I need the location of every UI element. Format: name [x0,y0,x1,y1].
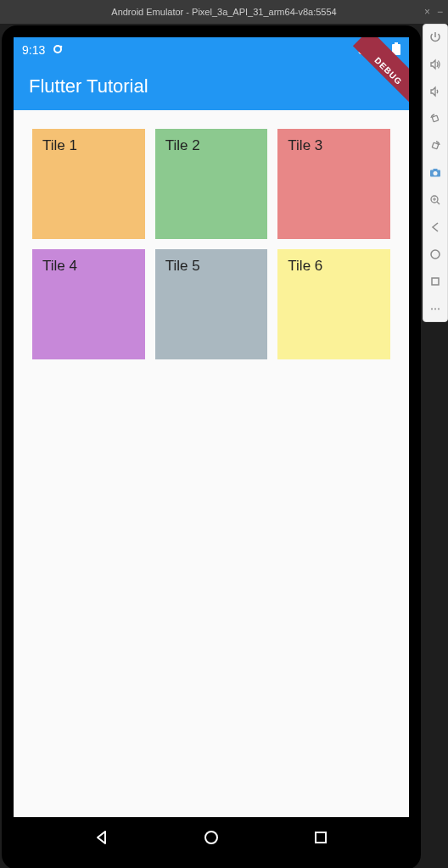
svg-point-1 [55,47,60,52]
window-close-icon[interactable]: × [424,6,430,18]
tile-label: Tile 3 [288,137,322,153]
camera-notch-icon [52,43,64,58]
toolbar-back-icon[interactable] [428,220,443,235]
toolbar-home-icon[interactable] [428,247,443,262]
grid-tile[interactable]: Tile 6 [277,249,390,359]
svg-point-5 [205,832,217,843]
android-nav-bar [14,817,409,858]
svg-point-10 [434,171,438,175]
svg-rect-7 [432,115,439,122]
svg-point-2 [60,45,63,47]
toolbar-recents-icon[interactable] [428,274,443,289]
rotate-right-icon[interactable] [428,138,443,153]
emulator-window-title-bar: Android Emulator - Pixel_3a_API_31_arm64… [0,0,448,24]
app-bar-title: Flutter Tutorial [29,75,148,97]
window-controls: × − [424,6,443,18]
volume-down-icon[interactable] [428,84,443,99]
svg-rect-17 [432,278,439,285]
svg-rect-6 [316,832,326,843]
status-bar-clock: 9:13 [22,43,45,57]
svg-line-13 [437,202,440,204]
volume-up-icon[interactable] [428,57,443,72]
svg-rect-4 [395,42,398,44]
grid-tile[interactable]: Tile 4 [32,249,145,359]
power-icon[interactable] [428,30,443,45]
svg-rect-11 [434,169,438,170]
app-bar: Flutter Tutorial DEBUG [14,63,409,110]
rotate-left-icon[interactable] [428,111,443,126]
tile-grid: Tile 1 Tile 2 Tile 3 Tile 4 Tile 5 Tile … [32,129,390,359]
emulator-toolbar [423,24,448,322]
nav-home-button[interactable] [194,821,228,854]
device-frame: 9:13 3G Flutter Tutorial DEBUG [2,25,421,868]
grid-tile[interactable]: Tile 5 [155,249,268,359]
grid-tile[interactable]: Tile 2 [155,129,268,239]
svg-rect-8 [432,142,439,149]
window-minimize-icon[interactable]: − [437,6,443,18]
tile-label: Tile 4 [42,258,77,274]
camera-icon[interactable] [428,165,443,181]
android-status-bar: 9:13 3G [14,37,409,63]
svg-point-16 [431,250,440,259]
window-title: Android Emulator - Pixel_3a_API_31_arm64… [111,7,336,17]
grid-tile[interactable]: Tile 3 [277,129,390,239]
grid-tile[interactable]: Tile 1 [32,129,145,239]
nav-recents-button[interactable] [304,821,338,854]
nav-back-button[interactable] [85,821,119,854]
zoom-icon[interactable] [428,192,443,208]
device-screen: 9:13 3G Flutter Tutorial DEBUG [14,37,409,858]
more-icon[interactable] [428,301,443,316]
svg-point-18 [431,308,433,309]
tile-label: Tile 6 [288,258,322,274]
tile-label: Tile 5 [165,258,200,274]
tile-label: Tile 2 [165,137,200,153]
svg-point-20 [438,308,440,309]
app-body: Tile 1 Tile 2 Tile 3 Tile 4 Tile 5 Tile … [14,110,409,378]
svg-point-19 [434,308,436,309]
tile-label: Tile 1 [42,137,77,153]
